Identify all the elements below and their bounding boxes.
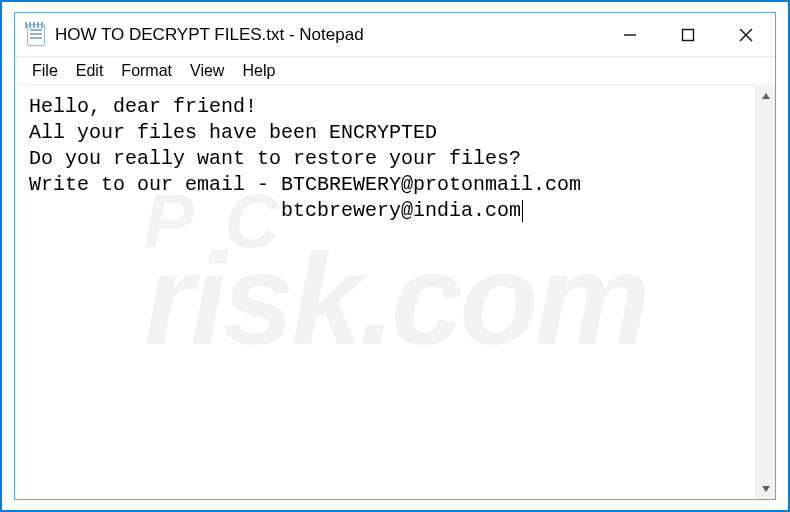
scroll-track[interactable]	[756, 106, 775, 479]
notepad-app-icon	[25, 22, 47, 48]
svg-marker-5	[762, 486, 770, 492]
text-caret	[522, 200, 523, 222]
menu-help[interactable]: Help	[233, 60, 284, 82]
text-line: btcbrewery@india.com	[29, 199, 521, 222]
text-editor-area[interactable]: Hello, dear friend! All your files have …	[15, 86, 755, 499]
text-line: Write to our email - BTCBREWERY@protonma…	[29, 173, 581, 196]
menu-file[interactable]: File	[23, 60, 67, 82]
svg-rect-1	[683, 29, 694, 40]
close-button[interactable]	[717, 13, 775, 56]
titlebar[interactable]: HOW TO DECRYPT FILES.txt - Notepad	[15, 13, 775, 57]
text-line: Hello, dear friend!	[29, 95, 257, 118]
text-line: All your files have been ENCRYPTED	[29, 121, 437, 144]
vertical-scrollbar[interactable]	[755, 86, 775, 499]
menubar: File Edit Format View Help	[15, 57, 775, 85]
notepad-window: HOW TO DECRYPT FILES.txt - Notepad File …	[14, 12, 776, 500]
window-title: HOW TO DECRYPT FILES.txt - Notepad	[55, 25, 601, 45]
menu-view[interactable]: View	[181, 60, 233, 82]
scroll-down-button[interactable]	[756, 479, 775, 499]
svg-marker-4	[762, 93, 770, 99]
scroll-up-button[interactable]	[756, 86, 775, 106]
maximize-button[interactable]	[659, 13, 717, 56]
minimize-button[interactable]	[601, 13, 659, 56]
menu-edit[interactable]: Edit	[67, 60, 113, 82]
text-line: Do you really want to restore your files…	[29, 147, 521, 170]
menu-format[interactable]: Format	[112, 60, 181, 82]
